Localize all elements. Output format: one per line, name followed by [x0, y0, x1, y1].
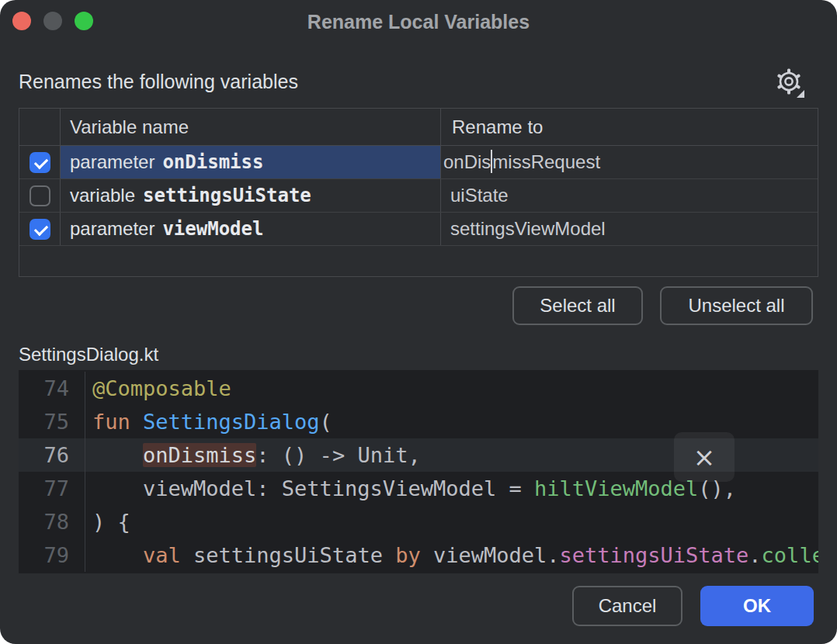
- rename-summary-label: Renames the following variables: [19, 71, 298, 93]
- code-line: 79 val settingsUiState by viewModel.sett…: [19, 538, 818, 572]
- file-name-label: SettingsDialog.kt: [19, 344, 158, 365]
- variable-cell[interactable]: parameter onDismiss: [61, 146, 441, 178]
- title-bar: Rename Local Variables: [0, 0, 837, 43]
- table-empty-area: [19, 246, 818, 276]
- line-number: 79: [19, 538, 85, 572]
- row-checkbox[interactable]: [30, 219, 50, 240]
- table-header-row: Variable name Rename to: [19, 109, 818, 146]
- close-icon: ×: [693, 444, 716, 470]
- line-number: 77: [19, 472, 85, 505]
- variable-kind: variable: [70, 185, 135, 206]
- code-line: 78 ) {: [19, 505, 818, 538]
- row-checkbox[interactable]: [30, 152, 50, 173]
- ok-button[interactable]: OK: [700, 586, 814, 626]
- variable-name: settingsUiState: [143, 185, 311, 206]
- line-number: 78: [19, 505, 85, 538]
- variable-name: viewModel: [162, 218, 263, 240]
- line-number: 75: [19, 405, 85, 438]
- rename-input[interactable]: onDismissRequest: [441, 146, 818, 178]
- variable-name-column-header: Variable name: [61, 109, 441, 145]
- code-preview: 74 @Composable 75 fun SettingsDialog( 76…: [19, 370, 818, 573]
- unselect-all-button[interactable]: Unselect all: [660, 286, 813, 325]
- dropdown-caret-icon: [797, 90, 804, 98]
- variables-table: Variable name Rename to parameter onDism…: [19, 108, 818, 277]
- rename-text-before-caret: onDis: [443, 151, 491, 173]
- rename-input[interactable]: settingsViewModel: [441, 213, 818, 245]
- variable-cell[interactable]: variable settingsUiState: [61, 179, 441, 212]
- variable-name: onDismiss: [162, 151, 263, 173]
- close-preview-button[interactable]: ×: [674, 432, 735, 482]
- code-line: 74 @Composable: [19, 372, 818, 405]
- variable-kind: parameter: [70, 218, 155, 240]
- settings-gear-button[interactable]: [772, 65, 807, 101]
- variable-cell[interactable]: parameter viewModel: [61, 213, 441, 245]
- table-row: variable settingsUiState uiState: [19, 179, 818, 213]
- rename-dialog: Rename Local Variables Renames the follo…: [0, 0, 837, 644]
- line-number: 74: [19, 372, 85, 405]
- rename-text: settingsViewModel: [450, 218, 606, 240]
- row-checkbox[interactable]: [30, 185, 50, 206]
- cancel-button[interactable]: Cancel: [572, 586, 682, 626]
- window-title: Rename Local Variables: [0, 0, 837, 43]
- select-all-button[interactable]: Select all: [512, 286, 643, 325]
- line-number: 76: [19, 438, 85, 472]
- rename-to-column-header: Rename to: [441, 109, 818, 145]
- rename-input[interactable]: uiState: [441, 179, 818, 212]
- rename-text-after-caret: missRequest: [492, 151, 600, 173]
- table-row: parameter onDismiss onDismissRequest: [19, 146, 818, 179]
- checkbox-column-header: [19, 109, 61, 145]
- rename-occurrence-highlight: onDismiss: [143, 443, 256, 467]
- table-row: parameter viewModel settingsViewModel: [19, 213, 818, 246]
- variable-kind: parameter: [70, 151, 155, 173]
- rename-text: uiState: [450, 185, 509, 206]
